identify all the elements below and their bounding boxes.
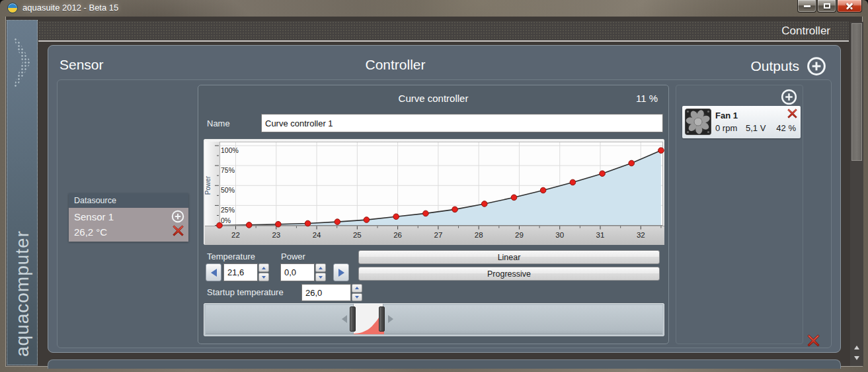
fan-curve-chart: Power0%25%50%75%100%22232425262728293031…	[204, 139, 664, 245]
svg-text:26: 26	[393, 231, 402, 239]
topbar-title: Controller	[781, 24, 830, 38]
power-spinner	[315, 263, 326, 281]
curve-point[interactable]	[570, 179, 576, 185]
datasource-name: Sensor 1	[74, 209, 183, 224]
curve-panel-title: Curve controller	[399, 93, 469, 104]
slider-arrow-left-icon	[342, 315, 347, 323]
temperature-input[interactable]	[223, 263, 258, 281]
sidebar-logo-bar[interactable]: aquacomputer	[7, 20, 38, 365]
svg-text:31: 31	[596, 231, 605, 239]
curve-point[interactable]	[335, 219, 340, 225]
datasource-header: Datasource	[69, 193, 188, 208]
application-window: aquasuite 2012 - Beta 15 aquacomputer Co…	[0, 0, 868, 372]
curve-point[interactable]	[305, 220, 311, 226]
spin-up-icon	[355, 287, 359, 289]
section-header-outputs: Outputs	[750, 58, 799, 74]
datasource-body: Sensor 1 26,2 °C	[69, 208, 188, 242]
curve-point[interactable]	[452, 207, 458, 212]
curve-controller-panel: Curve controller 11 % Name Power0%25%50%…	[198, 85, 669, 344]
name-label: Name	[207, 118, 230, 128]
arrow-right-icon	[338, 269, 344, 277]
previous-point-button[interactable]	[206, 263, 221, 281]
spin-down-icon	[355, 296, 359, 299]
slider-arrow-right-icon	[388, 315, 393, 323]
progressive-button[interactable]: Progressive	[358, 267, 660, 281]
svg-text:100%: 100%	[221, 146, 239, 154]
scroll-down-button[interactable]	[853, 354, 861, 362]
scrollbar-thumb[interactable]	[851, 23, 862, 161]
svg-text:30: 30	[555, 231, 564, 239]
spin-down-icon	[262, 276, 266, 279]
scroll-up-icon	[854, 346, 859, 349]
temperature-label: Temperature	[207, 252, 255, 261]
add-output-button[interactable]	[807, 56, 826, 76]
startup-spin-up[interactable]	[352, 284, 362, 293]
slider-left-handle[interactable]	[350, 306, 356, 332]
spin-down-icon	[319, 276, 323, 279]
curve-range-slider[interactable]	[204, 303, 664, 336]
next-point-button[interactable]	[333, 263, 349, 281]
topbar: Controller	[38, 21, 849, 42]
svg-text:23: 23	[272, 231, 280, 239]
controller-output-percent: 11 %	[636, 93, 658, 104]
temperature-spin-up[interactable]	[258, 263, 269, 272]
fan-icon	[685, 109, 711, 135]
minimize-button[interactable]	[797, 0, 816, 13]
linear-button[interactable]: Linear	[358, 250, 660, 264]
power-spin-down[interactable]	[315, 273, 326, 281]
curve-point[interactable]	[600, 171, 606, 177]
curve-point[interactable]	[276, 221, 282, 227]
window-title: aquasuite 2012 - Beta 15	[22, 3, 118, 13]
close-button[interactable]	[837, 0, 862, 13]
chevron-dots-icon	[14, 38, 31, 87]
fan-output-card[interactable]: Fan 1 0 rpm 5,1 V 42 %	[682, 106, 801, 138]
curve-point[interactable]	[393, 214, 399, 220]
curve-point[interactable]	[658, 148, 664, 154]
spin-up-icon	[319, 267, 323, 269]
temperature-spin-down[interactable]	[258, 273, 269, 281]
app-icon	[7, 3, 18, 13]
curve-point[interactable]	[246, 222, 252, 228]
svg-text:24: 24	[313, 231, 321, 239]
power-spin-up[interactable]	[315, 263, 326, 272]
maximize-icon	[824, 3, 830, 9]
curve-point[interactable]	[629, 160, 635, 166]
titlebar: aquasuite 2012 - Beta 15	[0, 0, 868, 17]
curve-point[interactable]	[364, 217, 370, 223]
maximize-button[interactable]	[817, 0, 836, 13]
fan-name: Fan 1	[715, 111, 738, 120]
svg-text:Power: Power	[205, 175, 212, 195]
startup-spin-down[interactable]	[352, 293, 362, 302]
curve-point[interactable]	[423, 210, 429, 216]
svg-text:28: 28	[475, 231, 483, 239]
minimize-icon	[804, 5, 810, 7]
datasource-card[interactable]: Datasource Sensor 1 26,2 °C	[69, 193, 188, 242]
vertical-scrollbar[interactable]	[850, 22, 863, 366]
curve-point[interactable]	[540, 187, 546, 193]
remove-fan-button[interactable]	[787, 109, 797, 118]
add-datasource-button[interactable]	[171, 210, 184, 223]
outputs-panel: Fan 1 0 rpm 5,1 V 42 %	[676, 85, 803, 344]
controller-name-input[interactable]	[261, 114, 663, 132]
scroll-up-button[interactable]	[853, 344, 861, 351]
startup-temperature-label: Startup temperature	[207, 287, 284, 297]
delete-datasource-button[interactable]	[173, 225, 184, 236]
delete-controller-button[interactable]	[807, 334, 820, 347]
close-icon	[846, 2, 853, 10]
fan-percent: 42 %	[776, 123, 796, 133]
startup-temperature-input[interactable]	[301, 284, 351, 301]
section-header-sensor: Sensor	[59, 57, 104, 73]
power-input[interactable]	[280, 263, 315, 281]
slider-track[interactable]	[206, 305, 662, 334]
svg-text:27: 27	[434, 231, 443, 239]
svg-text:32: 32	[637, 231, 645, 239]
add-fan-button[interactable]	[781, 89, 797, 105]
fan-voltage: 5,1 V	[746, 123, 766, 133]
curve-point[interactable]	[217, 222, 223, 228]
arrow-left-icon	[211, 269, 217, 277]
section-header-controller: Controller	[365, 57, 425, 73]
slider-right-handle[interactable]	[379, 306, 385, 332]
datasource-value: 26,2 °C	[74, 224, 183, 240]
curve-point[interactable]	[511, 195, 517, 201]
curve-point[interactable]	[481, 201, 487, 207]
